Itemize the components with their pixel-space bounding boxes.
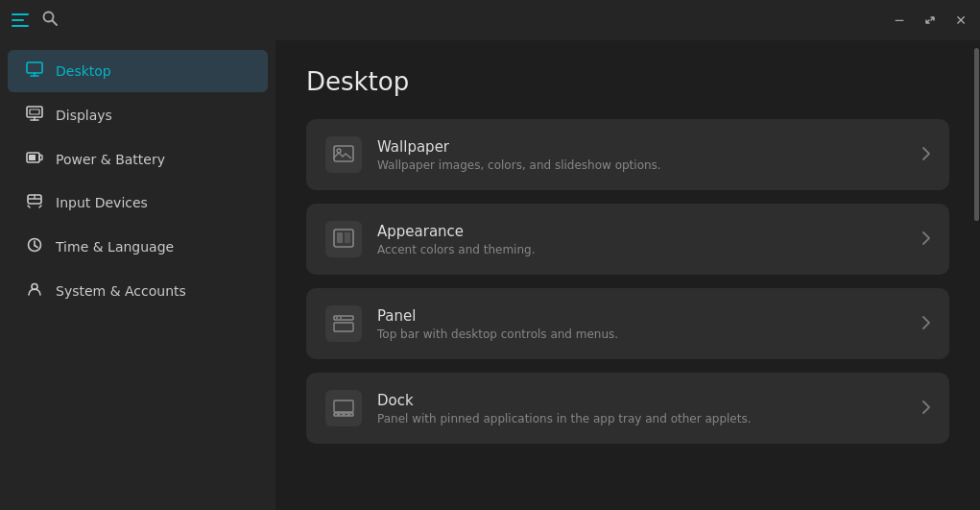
svg-rect-11 bbox=[30, 109, 39, 114]
page-title: Desktop bbox=[306, 67, 949, 96]
main-layout: Desktop Displays Power & Battery Input D… bbox=[0, 40, 980, 510]
sidebar-label-power-battery: Power & Battery bbox=[56, 152, 165, 167]
input-devices-icon bbox=[25, 193, 44, 212]
card-desc-appearance: Accent colors and theming. bbox=[377, 243, 907, 256]
card-dock[interactable]: Dock Panel with pinned applications in t… bbox=[306, 373, 949, 444]
svg-rect-5 bbox=[27, 62, 42, 73]
svg-line-22 bbox=[35, 246, 37, 248]
search-icon[interactable] bbox=[42, 11, 58, 30]
scrollbar-track[interactable] bbox=[972, 40, 980, 510]
chevron-icon-wallpaper bbox=[922, 146, 930, 164]
sidebar-label-time-language: Time & Language bbox=[56, 239, 174, 255]
svg-rect-28 bbox=[345, 232, 350, 243]
svg-point-31 bbox=[340, 317, 342, 319]
svg-rect-27 bbox=[337, 232, 343, 243]
card-desc-wallpaper: Wallpaper images, colors, and slideshow … bbox=[377, 158, 907, 172]
displays-icon bbox=[25, 106, 44, 125]
svg-rect-13 bbox=[39, 156, 42, 160]
content-area: Desktop Wallpaper Wallpaper images, colo… bbox=[275, 40, 980, 510]
chevron-icon-appearance bbox=[922, 231, 930, 249]
window-controls: ─ ✕ bbox=[892, 12, 968, 28]
svg-rect-14 bbox=[29, 155, 36, 160]
sidebar-label-system-accounts: System & Accounts bbox=[56, 283, 186, 299]
sidebar-item-displays[interactable]: Displays bbox=[8, 94, 268, 136]
svg-point-25 bbox=[337, 149, 341, 153]
sidebar-item-time-language[interactable]: Time & Language bbox=[8, 226, 268, 268]
sidebar: Desktop Displays Power & Battery Input D… bbox=[0, 40, 275, 510]
card-desc-dock: Panel with pinned applications in the ap… bbox=[377, 412, 907, 425]
svg-point-30 bbox=[336, 317, 338, 319]
card-wallpaper[interactable]: Wallpaper Wallpaper images, colors, and … bbox=[306, 119, 949, 190]
svg-line-19 bbox=[39, 206, 41, 207]
wallpaper-icon bbox=[325, 136, 362, 173]
card-text-wallpaper: Wallpaper Wallpaper images, colors, and … bbox=[377, 138, 907, 172]
desktop-icon bbox=[25, 61, 44, 81]
sidebar-item-input-devices[interactable]: Input Devices bbox=[8, 182, 268, 224]
card-text-appearance: Appearance Accent colors and theming. bbox=[377, 223, 907, 256]
svg-rect-35 bbox=[337, 414, 340, 416]
card-appearance[interactable]: Appearance Accent colors and theming. bbox=[306, 204, 949, 275]
card-text-panel: Panel Top bar with desktop controls and … bbox=[377, 307, 907, 341]
appearance-icon bbox=[325, 221, 362, 257]
chevron-icon-dock bbox=[922, 400, 930, 418]
card-panel[interactable]: Panel Top bar with desktop controls and … bbox=[306, 288, 949, 359]
svg-line-18 bbox=[28, 206, 30, 207]
svg-line-4 bbox=[53, 21, 58, 26]
sidebar-item-system-accounts[interactable]: System & Accounts bbox=[8, 270, 268, 312]
card-text-dock: Dock Panel with pinned applications in t… bbox=[377, 392, 907, 425]
card-title-dock: Dock bbox=[377, 392, 907, 409]
titlebar: ─ ✕ bbox=[0, 0, 980, 40]
svg-rect-36 bbox=[343, 414, 346, 416]
system-accounts-icon bbox=[25, 281, 44, 301]
power-battery-icon bbox=[25, 150, 44, 168]
sidebar-label-desktop: Desktop bbox=[56, 63, 111, 79]
minimize-button[interactable]: ─ bbox=[892, 12, 907, 28]
dock-icon bbox=[325, 390, 362, 426]
svg-rect-24 bbox=[334, 146, 353, 161]
time-language-icon bbox=[25, 237, 44, 256]
chevron-icon-panel bbox=[922, 315, 930, 333]
sidebar-item-power-battery[interactable]: Power & Battery bbox=[8, 138, 268, 180]
card-desc-panel: Top bar with desktop controls and menus. bbox=[377, 328, 907, 341]
card-title-panel: Panel bbox=[377, 307, 907, 325]
card-title-appearance: Appearance bbox=[377, 223, 907, 240]
scrollbar-thumb bbox=[974, 48, 979, 221]
svg-rect-32 bbox=[334, 323, 353, 331]
menu-icon[interactable] bbox=[12, 11, 29, 31]
titlebar-left bbox=[12, 11, 58, 31]
svg-rect-37 bbox=[347, 414, 350, 416]
panel-icon bbox=[325, 305, 362, 342]
sidebar-label-displays: Displays bbox=[56, 108, 112, 123]
card-title-wallpaper: Wallpaper bbox=[377, 138, 907, 156]
sidebar-label-input-devices: Input Devices bbox=[56, 195, 148, 210]
maximize-button[interactable] bbox=[922, 12, 938, 28]
svg-rect-33 bbox=[334, 401, 353, 412]
close-button[interactable]: ✕ bbox=[953, 12, 968, 28]
svg-rect-1 bbox=[12, 19, 24, 21]
sidebar-item-desktop[interactable]: Desktop bbox=[8, 50, 268, 92]
svg-rect-2 bbox=[12, 25, 29, 27]
svg-rect-0 bbox=[12, 13, 29, 15]
